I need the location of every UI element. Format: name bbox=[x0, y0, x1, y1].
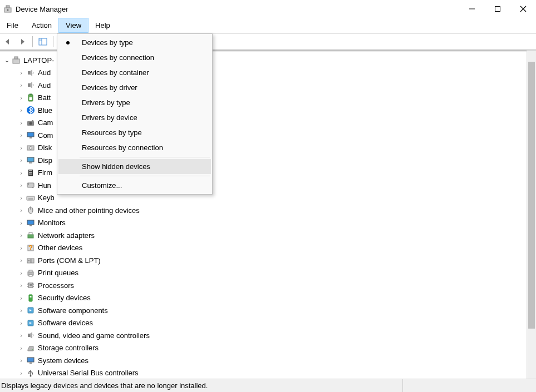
chevron-right-icon[interactable]: › bbox=[17, 107, 26, 113]
monitor-icon bbox=[26, 130, 36, 140]
svg-rect-32 bbox=[29, 173, 32, 175]
minimize-button[interactable] bbox=[459, 0, 485, 18]
keyboard-icon bbox=[26, 193, 36, 203]
hid-icon bbox=[26, 180, 36, 190]
svg-rect-35 bbox=[27, 196, 35, 200]
menu-help[interactable]: Help bbox=[88, 18, 117, 33]
tree-node[interactable]: ›Network adapters bbox=[2, 229, 527, 242]
svg-rect-41 bbox=[29, 225, 32, 226]
view-menu-customize[interactable]: Customize... bbox=[58, 178, 211, 193]
port-icon bbox=[26, 255, 36, 265]
view-menu-item[interactable]: Resources by connection bbox=[58, 140, 211, 155]
svg-text:?: ? bbox=[28, 244, 33, 252]
chevron-right-icon[interactable]: › bbox=[17, 220, 26, 226]
chevron-right-icon[interactable]: › bbox=[17, 132, 26, 138]
title-bar: Device Manager bbox=[0, 0, 536, 18]
chevron-right-icon[interactable]: › bbox=[17, 320, 26, 326]
disk-icon bbox=[26, 143, 36, 153]
tree-node[interactable]: ›Print queues bbox=[2, 267, 527, 280]
other-icon: ? bbox=[26, 243, 36, 253]
svg-rect-64 bbox=[29, 363, 32, 364]
svg-rect-46 bbox=[31, 259, 34, 263]
tree-node-label: Cam bbox=[38, 118, 53, 127]
svg-rect-42 bbox=[28, 235, 33, 238]
tree-node-label: Batt bbox=[38, 93, 51, 102]
chevron-right-icon[interactable]: › bbox=[17, 345, 26, 351]
tree-node[interactable]: ›Storage controllers bbox=[2, 342, 527, 355]
close-button[interactable] bbox=[510, 0, 536, 18]
chevron-right-icon[interactable]: › bbox=[17, 332, 26, 339]
menu-item-label: Devices by driver bbox=[82, 83, 137, 92]
chevron-right-icon[interactable]: › bbox=[17, 282, 26, 289]
svg-rect-28 bbox=[29, 162, 32, 163]
chevron-right-icon[interactable]: › bbox=[17, 270, 26, 276]
menu-separator bbox=[80, 176, 210, 176]
view-menu-item[interactable]: Devices by connection bbox=[58, 50, 211, 65]
svg-point-21 bbox=[29, 122, 32, 125]
chevron-right-icon[interactable]: › bbox=[17, 195, 26, 201]
chevron-right-icon[interactable]: › bbox=[17, 245, 26, 251]
tree-node[interactable]: ›Sound, video and game controllers bbox=[2, 329, 527, 342]
chevron-right-icon[interactable]: › bbox=[17, 207, 26, 214]
chevron-right-icon[interactable]: › bbox=[17, 295, 26, 301]
toolbar-separator bbox=[53, 36, 53, 47]
view-menu-item[interactable]: Drivers by type bbox=[58, 95, 211, 110]
forward-button[interactable] bbox=[16, 35, 29, 48]
tree-node-label: Blue bbox=[38, 106, 52, 115]
status-right-segment bbox=[402, 379, 536, 392]
svg-point-65 bbox=[30, 375, 32, 376]
svg-rect-50 bbox=[29, 275, 32, 276]
svg-rect-67 bbox=[32, 373, 33, 374]
maximize-button[interactable] bbox=[485, 0, 510, 18]
chevron-right-icon[interactable]: › bbox=[17, 82, 26, 88]
tree-node[interactable]: ›Ports (COM & LPT) bbox=[2, 254, 527, 267]
chevron-right-icon[interactable]: › bbox=[17, 370, 26, 376]
scrollbar-thumb[interactable] bbox=[528, 62, 535, 329]
svg-rect-23 bbox=[27, 132, 34, 137]
svg-rect-13 bbox=[14, 57, 18, 59]
tree-node-label: Universal Serial Bus controllers bbox=[38, 369, 139, 377]
menu-view[interactable]: View bbox=[58, 18, 88, 33]
view-menu-item[interactable]: Devices by container bbox=[58, 65, 211, 80]
chevron-down-icon[interactable]: ⌄ bbox=[2, 57, 11, 64]
tree-node[interactable]: ›Security devices bbox=[2, 292, 527, 305]
chevron-right-icon[interactable]: › bbox=[17, 170, 26, 176]
view-menu-item[interactable]: Drivers by device bbox=[58, 110, 211, 125]
speaker-icon bbox=[26, 68, 36, 78]
view-menu-show-hidden[interactable]: Show hidden devices bbox=[58, 159, 211, 174]
tree-node-label: Aud bbox=[38, 81, 51, 90]
view-menu-item[interactable]: Devices by type bbox=[58, 35, 211, 50]
svg-point-62 bbox=[32, 349, 33, 350]
chevron-right-icon[interactable]: › bbox=[17, 157, 26, 163]
vertical-scrollbar[interactable] bbox=[527, 51, 536, 379]
tree-node[interactable]: ›Processors bbox=[2, 279, 527, 292]
menu-action[interactable]: Action bbox=[25, 18, 58, 33]
tree-node[interactable]: ›Monitors bbox=[2, 217, 527, 230]
chevron-right-icon[interactable]: › bbox=[17, 257, 26, 264]
chevron-right-icon[interactable]: › bbox=[17, 120, 26, 126]
chevron-right-icon[interactable]: › bbox=[17, 182, 26, 188]
software-icon bbox=[26, 305, 36, 315]
chevron-right-icon[interactable]: › bbox=[17, 95, 26, 101]
window-controls bbox=[459, 0, 536, 18]
tree-node[interactable]: ›System devices bbox=[2, 354, 527, 367]
tree-node[interactable]: ›?Other devices bbox=[2, 242, 527, 255]
chevron-right-icon[interactable]: › bbox=[17, 70, 26, 76]
tree-node[interactable]: ›Software devices bbox=[2, 317, 527, 330]
chevron-right-icon[interactable]: › bbox=[17, 232, 26, 239]
chevron-right-icon[interactable]: › bbox=[17, 307, 26, 314]
menu-item-label: Drivers by type bbox=[82, 98, 130, 107]
back-button[interactable] bbox=[1, 35, 14, 48]
chevron-right-icon[interactable]: › bbox=[17, 357, 26, 364]
svg-point-47 bbox=[28, 260, 29, 261]
view-menu-item[interactable]: Resources by type bbox=[58, 125, 211, 140]
speaker-icon bbox=[26, 330, 36, 340]
camera-icon bbox=[26, 118, 36, 128]
menu-file[interactable]: File bbox=[0, 18, 25, 33]
chevron-right-icon[interactable]: › bbox=[17, 145, 26, 151]
tree-node[interactable]: ›Universal Serial Bus controllers bbox=[2, 367, 527, 379]
view-menu-item[interactable]: Devices by driver bbox=[58, 80, 211, 95]
show-hide-tree-button[interactable] bbox=[36, 35, 50, 48]
tree-node[interactable]: ›Software components bbox=[2, 304, 527, 317]
tree-node[interactable]: ›Mice and other pointing devices bbox=[2, 204, 527, 217]
